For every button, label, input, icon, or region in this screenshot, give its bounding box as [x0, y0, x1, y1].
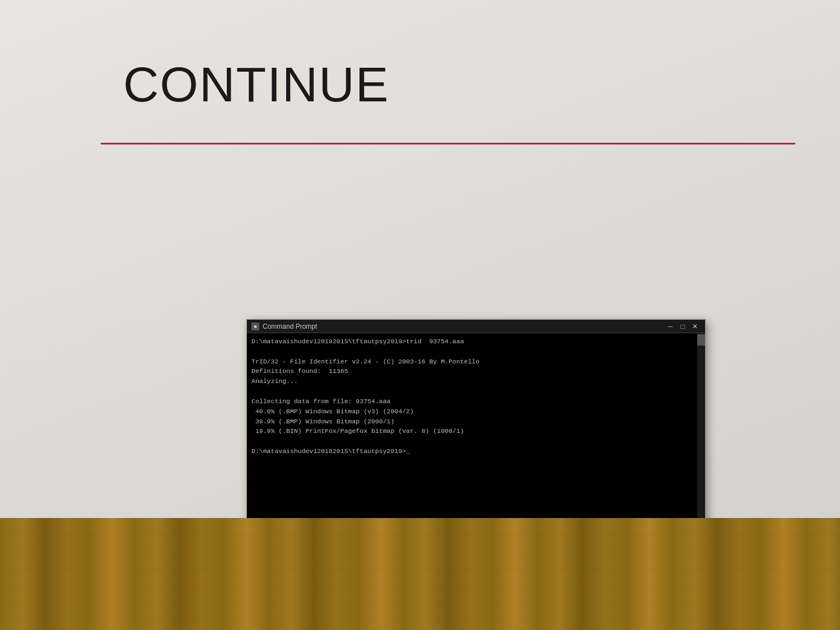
- cmd-line-5: Collecting data from file: 93754.aaa: [251, 396, 701, 407]
- cmd-titlebar-left: ■ Command Prompt: [251, 323, 317, 330]
- slide-heading: CONTINUE: [123, 56, 390, 113]
- cmd-title-text: Command Prompt: [263, 323, 317, 330]
- cmd-line-blank1: [251, 347, 701, 357]
- cmd-scrollbar-thumb: [697, 334, 705, 346]
- cmd-line-7: 39.9% (.BMP) Windows Bitmap (2000/1): [251, 417, 701, 427]
- cmd-line-9: D:\matavaishudev12018201S\tftautpsy2019>…: [251, 446, 701, 456]
- cmd-title-icon: ■: [251, 323, 259, 330]
- cmd-line-blank2: [251, 386, 701, 396]
- minimize-button[interactable]: ─: [665, 323, 676, 330]
- cmd-line-blank3: [251, 436, 701, 446]
- cmd-line-3: Definitions found: 11365: [251, 366, 701, 376]
- cmd-window: ■ Command Prompt ─ □ ✕ D:\matavaishudev1…: [123, 160, 582, 426]
- cmd-line-4: Analyzing...: [251, 376, 701, 386]
- close-button[interactable]: ✕: [689, 323, 701, 330]
- cmd-line-1: D:\matavaishudev12018201S\tftautpsy2019>…: [251, 337, 701, 347]
- cmd-line-8: 19.9% (.BIN) PrintFox/Pagefox bitmap (va…: [251, 426, 701, 436]
- cmd-line-6: 40.0% (.BMP) Windows Bitmap (v3) (2004/2…: [251, 407, 701, 417]
- cmd-titlebar-controls: ─ □ ✕: [665, 323, 701, 330]
- divider-line: [101, 143, 795, 144]
- cmd-titlebar: ■ Command Prompt ─ □ ✕: [247, 320, 705, 333]
- cmd-line-2: TrID/32 - File Identifier v2.24 - (C) 20…: [251, 357, 701, 367]
- wood-floor: [0, 518, 840, 630]
- maximize-button[interactable]: □: [677, 323, 688, 330]
- cmd-content: D:\matavaishudev12018201S\tftautpsy2019>…: [247, 333, 705, 460]
